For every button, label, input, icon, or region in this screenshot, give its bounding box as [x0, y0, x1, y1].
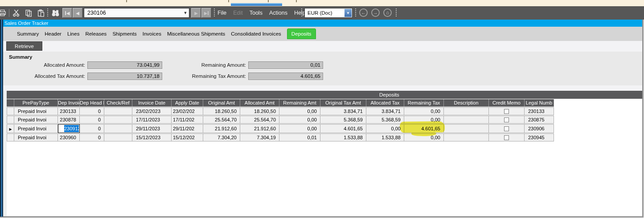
col-header-remaining-tax: Remaining Tax [404, 99, 444, 107]
tab-shipments[interactable]: Shipments [112, 31, 136, 36]
last-record-button[interactable]: ▶ [201, 8, 211, 18]
cell-original-tax-amt[interactable]: 1.533,88 [320, 133, 366, 141]
cell-credit-memo[interactable] [489, 133, 525, 141]
cell-invoice-date[interactable]: 29/11/2023 [132, 124, 172, 133]
cell-apply-date[interactable]: 15/12/202 [172, 133, 203, 141]
cell-original-tax-amt[interactable]: 5.368,59 [320, 116, 366, 124]
credit-memo-checkbox[interactable] [504, 126, 509, 131]
tab-header[interactable]: Header [45, 31, 62, 36]
home-button[interactable]: ⌂ [383, 8, 392, 17]
cell-dep-head-n[interactable]: 0 [80, 107, 104, 115]
cell-original-tax-amt[interactable]: 4.601,65 [320, 124, 366, 133]
tab-invoices[interactable]: Invoices [143, 31, 161, 36]
cell-allocated-amt[interactable]: 7.304,19 [240, 133, 279, 141]
paste-icon[interactable] [37, 9, 45, 17]
credit-memo-checkbox[interactable] [504, 117, 509, 122]
cell-prepaytype[interactable]: Prepaid Invoi [14, 116, 58, 124]
tab-lines[interactable]: Lines [67, 31, 80, 36]
cell-original-amt[interactable]: 21.912,60 [203, 124, 240, 133]
cell-prepaytype[interactable]: Prepaid Invoi [14, 124, 58, 133]
menu-file[interactable]: File [217, 10, 226, 16]
menu-actions[interactable]: Actions [269, 10, 287, 16]
first-record-button[interactable]: ◀ [62, 8, 72, 18]
cell-dep-invoic[interactable]: 230133 [58, 107, 80, 115]
tab-deposits[interactable]: Deposits [287, 28, 316, 39]
cell-remaining-amt[interactable]: 0,00 [279, 124, 320, 133]
currency-selector[interactable]: EUR (Doc) ▼ [305, 8, 352, 17]
cell-prepaytype[interactable]: Prepaid Invoi [14, 133, 58, 141]
field-label-allocated-amount: Allocated Amount: [6, 61, 87, 69]
cell-allocated-tax[interactable]: 5.368,59 [366, 116, 404, 124]
cell-check-ref[interactable] [104, 133, 132, 141]
cell-credit-memo[interactable] [489, 107, 525, 115]
cell-allocated-tax[interactable]: 1.533,88 [366, 133, 404, 141]
row-selector[interactable]: ▶ [7, 124, 14, 133]
tab-miscellaneous-shipments[interactable]: Miscellaneous Shipments [167, 31, 225, 36]
cell-apply-date[interactable]: 29/11/202 [172, 124, 203, 133]
cell-prepaytype[interactable]: Prepaid Invoi [14, 107, 58, 115]
cell-legal-numb[interactable]: 230875 [525, 116, 554, 124]
cell-remaining-tax[interactable]: 0,00 [404, 107, 444, 115]
back-button[interactable]: ← [359, 8, 368, 17]
cut-icon[interactable] [12, 9, 20, 17]
tab-summary[interactable]: Summary [17, 31, 39, 36]
row-selector[interactable] [7, 133, 14, 141]
cell-apply-date[interactable]: 17/11/202 [172, 116, 203, 124]
find-icon[interactable] [51, 9, 60, 17]
print-icon[interactable] [0, 9, 6, 16]
cell-remaining-tax[interactable]: 4.601,65 [404, 124, 444, 133]
row-selector[interactable] [7, 107, 14, 115]
copy-icon[interactable] [25, 9, 33, 17]
cell-check-ref[interactable] [104, 124, 132, 133]
cell-dep-head-n[interactable]: 0 [80, 124, 104, 133]
cell-legal-numb[interactable]: 230945 [525, 133, 554, 141]
cell-original-amt[interactable]: 25.564,70 [203, 116, 240, 124]
cell-credit-memo[interactable] [489, 116, 525, 124]
cell-legal-numb[interactable]: 230133 [525, 107, 554, 115]
tab-consolidated-invoices[interactable]: Consolidated Invoices [231, 31, 281, 36]
cell-allocated-tax[interactable]: 3.834,71 [366, 107, 404, 115]
cell-dep-head-n[interactable]: 0 [80, 116, 104, 124]
cell-original-tax-amt[interactable]: 3.834,71 [320, 107, 366, 115]
cell-dep-invoic[interactable]: 230960 [58, 133, 80, 141]
menu-help[interactable]: Help [294, 10, 306, 16]
credit-memo-checkbox[interactable] [504, 135, 509, 140]
cell-description[interactable] [444, 133, 489, 141]
menu-tools[interactable]: Tools [250, 10, 263, 16]
cell-allocated-amt[interactable]: 18.260,50 [240, 107, 279, 115]
cell-check-ref[interactable] [104, 107, 132, 115]
chevron-down-icon[interactable]: ▼ [345, 9, 352, 17]
cell-apply-date[interactable]: 23/02/202 [172, 107, 203, 115]
cell-original-amt[interactable]: 7.304,20 [203, 133, 240, 141]
cell-dep-invoic[interactable]: 230878 [58, 116, 80, 124]
cell-original-amt[interactable]: 18.260,50 [203, 107, 240, 115]
cell-description[interactable] [444, 124, 489, 133]
cell-invoice-date[interactable]: 15/12/2023 [132, 133, 172, 141]
forward-button[interactable]: → [371, 8, 380, 17]
credit-memo-checkbox[interactable] [504, 109, 509, 114]
chevron-down-icon[interactable]: ▼ [182, 11, 189, 15]
cell-remaining-amt[interactable]: 0,00 [279, 116, 320, 124]
row-selector[interactable] [7, 116, 14, 124]
cell-allocated-amt[interactable]: 21.912,60 [240, 124, 279, 133]
selected-cell[interactable]: 230913 [58, 124, 80, 133]
cell-legal-numb[interactable]: 230906 [525, 124, 554, 133]
cell-credit-memo[interactable] [489, 124, 525, 133]
previous-record-button[interactable]: ◀ [73, 8, 82, 18]
cell-allocated-tax[interactable]: 0,00 [366, 124, 404, 133]
cell-invoice-date[interactable]: 23/02/2023 [132, 107, 172, 115]
field-value-remaining-amount: 0,01 [248, 61, 323, 69]
cell-remaining-amt[interactable]: 0,00 [279, 107, 320, 115]
retrieve-button[interactable]: Retrieve [6, 41, 42, 51]
tab-bar: SummaryHeaderLinesReleasesShipmentsInvoi… [3, 27, 642, 41]
cell-check-ref[interactable] [104, 116, 132, 124]
next-record-button[interactable]: ▶ [191, 8, 201, 18]
cell-remaining-amt[interactable]: 0,01 [279, 133, 320, 141]
record-selector[interactable]: 230106 ▼ [84, 8, 189, 18]
cell-invoice-date[interactable]: 17/11/2023 [132, 116, 172, 124]
cell-description[interactable] [444, 116, 489, 124]
tab-releases[interactable]: Releases [85, 31, 107, 36]
cell-allocated-amt[interactable]: 25.564,70 [240, 116, 279, 124]
cell-dep-head-n[interactable]: 0 [80, 133, 104, 141]
cell-description[interactable] [444, 107, 489, 115]
